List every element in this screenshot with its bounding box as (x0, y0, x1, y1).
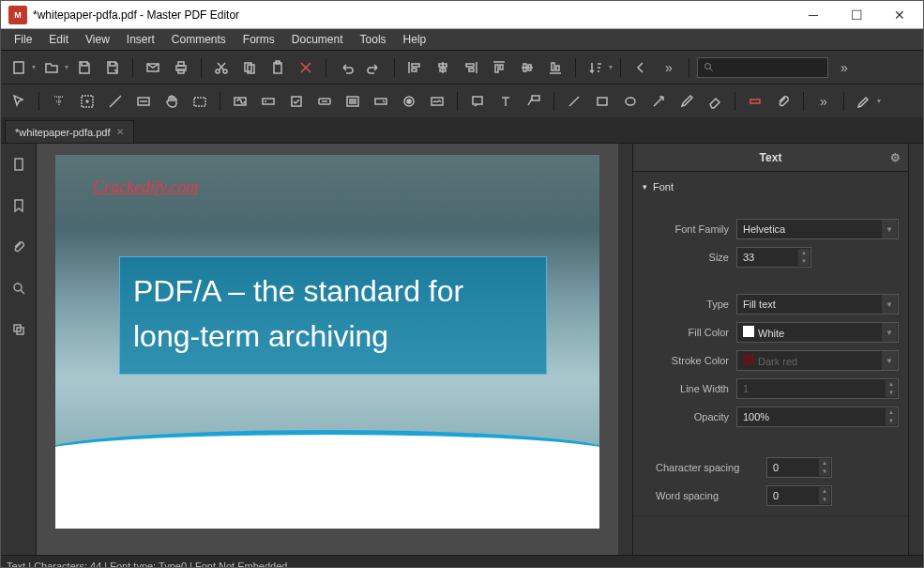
spinner-icon[interactable]: ▲▼ (819, 487, 830, 504)
save-icon[interactable] (72, 55, 97, 80)
chevron-down-icon: ▼ (882, 323, 897, 342)
menu-insert[interactable]: Insert (119, 31, 162, 48)
spinner-icon[interactable]: ▲▼ (819, 459, 830, 476)
stroke-color-value: Dark red (758, 356, 797, 367)
minimize-button[interactable]: ─ (792, 1, 835, 29)
dropdown-icon[interactable]: ▾ (32, 63, 36, 71)
text-field-icon[interactable] (256, 89, 280, 114)
opacity-input[interactable]: 100% ▲▼ (736, 407, 899, 427)
pointer-tool-icon[interactable] (7, 89, 31, 114)
fill-color-select[interactable]: White ▼ (736, 322, 899, 343)
font-family-select[interactable]: Helvetica ▼ (736, 219, 899, 239)
align-top-icon[interactable] (487, 55, 511, 80)
tab-close-icon[interactable]: ✕ (116, 127, 124, 137)
highlight-icon[interactable] (743, 89, 767, 114)
snapshot-icon[interactable] (188, 89, 212, 114)
type-select[interactable]: Fill text ▼ (736, 294, 899, 315)
arrow-tool-icon[interactable] (646, 89, 671, 114)
font-family-label: Font Family (656, 223, 729, 235)
print-icon[interactable] (169, 55, 193, 80)
word-spacing-input[interactable]: 0 ▲▼ (766, 485, 832, 506)
panel-scrollbar[interactable] (908, 144, 923, 555)
paste-icon[interactable] (265, 55, 290, 80)
align-middle-v-icon[interactable] (515, 55, 539, 80)
open-file-icon[interactable] (39, 55, 64, 80)
overflow-icon[interactable]: » (832, 55, 856, 80)
menu-view[interactable]: View (78, 31, 117, 48)
vector-edit-icon[interactable] (103, 89, 128, 114)
char-spacing-input[interactable]: 0 ▲▼ (766, 457, 832, 478)
attach-icon[interactable] (771, 89, 795, 114)
pages-panel-icon[interactable] (6, 151, 32, 177)
close-button[interactable]: ✕ (878, 1, 921, 29)
workspace: Crackedify.com PDF/A – the standard for … (1, 144, 923, 555)
menu-tools[interactable]: Tools (353, 31, 394, 48)
rectangle-tool-icon[interactable] (590, 89, 614, 114)
menu-edit[interactable]: Edit (41, 31, 76, 48)
color-swatch-white (743, 326, 754, 337)
redo-icon[interactable] (362, 55, 386, 80)
copy-icon[interactable] (237, 55, 262, 80)
eraser-tool-icon[interactable] (703, 89, 727, 114)
headline-text-box[interactable]: PDF/A – the standard for long-term archi… (119, 256, 547, 375)
ellipse-tool-icon[interactable] (618, 89, 643, 114)
prev-page-icon[interactable] (629, 55, 653, 80)
align-right-icon[interactable] (459, 55, 483, 80)
link-tool-icon[interactable] (228, 89, 252, 114)
note-tool-icon[interactable] (465, 89, 490, 114)
bookmarks-panel-icon[interactable] (6, 192, 32, 219)
search-input[interactable] (697, 57, 828, 78)
signature-icon[interactable] (425, 89, 449, 114)
document-tab[interactable]: *whitepaper-pdfa.pdf ✕ (5, 120, 134, 143)
page-container[interactable]: Crackedify.com PDF/A – the standard for … (37, 144, 618, 555)
delete-icon[interactable] (294, 55, 318, 80)
spinner-icon[interactable]: ▲▼ (798, 249, 810, 266)
save-as-icon[interactable] (100, 55, 125, 80)
new-file-icon[interactable] (7, 55, 31, 80)
edit-object-icon[interactable] (75, 89, 99, 114)
spinner-icon[interactable]: ▲▼ (886, 408, 897, 425)
menu-file[interactable]: File (7, 31, 39, 48)
svg-rect-0 (14, 62, 23, 73)
menubar: File Edit View Insert Comments Forms Doc… (1, 29, 923, 50)
overflow-icon[interactable]: » (811, 89, 836, 114)
dropdown-icon[interactable]: ▾ (609, 63, 613, 71)
form-edit-icon[interactable] (131, 89, 156, 114)
align-left-icon[interactable] (402, 55, 427, 80)
callout-icon[interactable] (522, 89, 546, 114)
size-input[interactable]: 33 ▲▼ (736, 247, 811, 268)
panel-settings-icon[interactable]: ⚙ (890, 151, 901, 164)
canvas-scrollbar[interactable] (618, 144, 632, 555)
maximize-button[interactable]: ☐ (835, 1, 878, 29)
cut-icon[interactable] (209, 55, 234, 80)
overflow-icon[interactable]: » (657, 55, 681, 80)
section-header-font[interactable]: Font (643, 177, 899, 196)
line-tool-icon[interactable] (562, 89, 586, 114)
button-field-icon[interactable] (312, 89, 337, 114)
highlighter-icon[interactable] (852, 89, 876, 114)
sort-icon[interactable] (583, 55, 608, 80)
text-tool-icon[interactable] (493, 89, 518, 114)
undo-icon[interactable] (334, 55, 358, 80)
text-select-icon[interactable] (47, 89, 71, 114)
menu-document[interactable]: Document (284, 31, 351, 48)
menu-comments[interactable]: Comments (164, 31, 234, 48)
chevron-down-icon: ▼ (882, 295, 897, 314)
menu-help[interactable]: Help (396, 31, 434, 48)
pencil-tool-icon[interactable] (674, 89, 699, 114)
search-panel-icon[interactable] (6, 275, 32, 301)
align-center-h-icon[interactable] (431, 55, 455, 80)
hand-tool-icon[interactable] (159, 89, 184, 114)
dropdown-icon[interactable]: ▾ (65, 63, 68, 71)
listbox-icon[interactable] (341, 89, 365, 114)
attachments-panel-icon[interactable] (6, 234, 32, 260)
combobox-icon[interactable] (369, 89, 393, 114)
align-bottom-icon[interactable] (543, 55, 568, 80)
dropdown-icon[interactable]: ▾ (877, 97, 881, 105)
email-icon[interactable] (141, 55, 165, 80)
menu-forms[interactable]: Forms (235, 31, 282, 48)
svg-rect-30 (15, 159, 23, 170)
radio-icon[interactable] (397, 89, 421, 114)
layers-panel-icon[interactable] (6, 316, 32, 343)
checkbox-icon[interactable] (284, 89, 309, 114)
